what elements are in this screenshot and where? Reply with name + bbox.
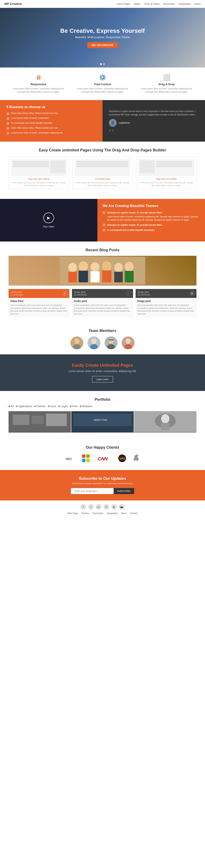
left-sidebar-col	[140, 160, 155, 173]
feature-dragdrop-text: Lorem ipsum dolor sit amet, consectetur …	[137, 87, 197, 93]
filter-icons[interactable]: Icons	[48, 405, 56, 408]
filter-websites[interactable]: Websites	[80, 405, 93, 408]
video-info-panel: We Are Creating Beautiful Themes Quisque…	[97, 199, 205, 242]
hero-dot-1[interactable]	[100, 63, 102, 65]
team-avatar-2	[87, 337, 100, 349]
blog-post-audio-icon[interactable]: ♪	[126, 291, 131, 296]
blog-section: Recent Blog Posts	[0, 242, 205, 323]
filter-print[interactable]: Print	[70, 405, 78, 408]
team-avatar-3	[105, 337, 118, 349]
svg-point-11	[125, 262, 134, 272]
footer-social-links: f t g+ in ▶ 📷	[8, 504, 197, 509]
page-text-3: Lorem ipsum dolor sit amet, consectetur …	[138, 181, 194, 187]
feature-responsive-text: Lorem ipsum dolor sit amet, consectetur …	[8, 87, 68, 93]
cta-banner-content: Easily Create Unlimited Pages Lorem ipsu…	[8, 363, 197, 382]
blog-post-date-2: 29 Jan, 2015	[74, 291, 87, 293]
filter-applications[interactable]: Applications	[16, 405, 32, 408]
svg-rect-12	[125, 271, 134, 282]
svg-rect-29	[46, 413, 67, 426]
portfolio-section: Portfolio All Applications Fashion Icons…	[0, 391, 205, 439]
page-preview-thumbnail-2	[75, 159, 130, 176]
footer-link-about[interactable]: About	[121, 512, 127, 515]
client-windows	[82, 454, 90, 464]
video-bullet-3	[103, 228, 105, 231]
nav-link-home[interactable]: Home Pages	[117, 3, 130, 5]
reason-item-1: ✓ Etiam vitae luctus metus. Mauris lacin…	[6, 112, 96, 115]
cnn-logo-svg: CNN	[97, 454, 111, 463]
blog-post-3: 29 Jan, 2015 By SoloStream 🖼 Image post …	[136, 289, 197, 317]
twitter-icon[interactable]: t	[88, 504, 94, 509]
footer-link-shortcodes[interactable]: Shortcodes	[92, 512, 103, 515]
subscribe-email-input[interactable]	[71, 488, 113, 494]
nav-link-shortcodes[interactable]: Shortcodes	[163, 3, 175, 5]
team-member-1	[71, 337, 83, 349]
portfolio-item-3[interactable]: portfolio item 3	[134, 411, 197, 433]
video-item-text-1: Lorem ipsum dolor sit amet, consectetur …	[107, 215, 200, 221]
hero-dot-2[interactable]	[103, 63, 105, 65]
blog-photo-svg	[60, 257, 145, 284]
instagram-icon[interactable]: 📷	[119, 504, 125, 509]
footer-link-main[interactable]: Main Page	[68, 512, 78, 515]
reason-bullet-2: ✓	[6, 117, 9, 120]
video-item-title-2: Quisque ac sapien neque. In suscipit ips…	[107, 223, 163, 227]
linkedin-icon[interactable]: in	[104, 504, 109, 509]
feature-responsive-title: Responsive	[8, 83, 68, 86]
left-sidebar-layout-preview	[140, 160, 193, 173]
content-line	[77, 166, 129, 167]
filter-dot-logos	[58, 405, 60, 407]
page-preview-right-sidebar: Page with right sidebar Lorem ipsum dolo…	[8, 157, 69, 189]
portfolio-item-1[interactable]: portfolio item 1	[8, 411, 71, 433]
subscribe-title: Subscribe to Our Updates	[8, 476, 197, 481]
svg-rect-36	[161, 423, 170, 430]
blog-post-video-icon[interactable]: ▶	[62, 291, 67, 296]
cta-button[interactable]: Learn more	[92, 376, 113, 382]
video-title: We Are Creating Beautiful Themes	[103, 204, 200, 208]
blog-post-title-1: Video Post	[10, 300, 68, 303]
hero-subtitle: Beautiful, Multi-purpose, Responsive The…	[60, 36, 145, 39]
video-section: ▶ Play Video We Are Creating Beautiful T…	[0, 199, 205, 242]
video-bullet-1	[103, 211, 105, 214]
portfolio-img-2: NEED THIS	[71, 411, 134, 433]
svg-text:UPS: UPS	[120, 457, 125, 460]
filter-logos[interactable]: Logos	[58, 405, 68, 408]
nav-logo[interactable]: WP-Creative	[4, 2, 22, 5]
subscribe-section: Subscribe to Our Updates Subscribe to em…	[0, 470, 205, 500]
nav-link-forms[interactable]: Forms	[194, 3, 201, 5]
content-line	[156, 166, 192, 167]
footer-link-contact[interactable]: Contact	[130, 512, 137, 515]
blog-post-header-row-2: 29 Jan, 2015 By SoloStream ♪	[74, 291, 131, 296]
team-member-3	[105, 337, 118, 349]
blog-post-image-icon[interactable]: 🖼	[189, 291, 194, 296]
testimonial-next[interactable]: >	[112, 129, 113, 132]
nav-link-posts[interactable]: Posts & Pages	[144, 3, 160, 5]
filter-all[interactable]: All	[8, 405, 14, 408]
testimonial-text: SoloStream's expert service team is very…	[109, 110, 199, 117]
client-ups: UPS	[118, 454, 126, 464]
page-preview-thumbnail-3	[138, 159, 194, 176]
nav-links: Home Pages Sliders Posts & Pages Shortco…	[117, 3, 201, 5]
googleplus-icon[interactable]: g+	[96, 504, 101, 509]
play-button[interactable]: ▶	[43, 213, 54, 223]
apple-logo-svg	[133, 454, 140, 463]
reasons-testimonial-section: 5 Reasons to choose us ✓ Etiam vitae luc…	[0, 100, 205, 142]
nav-link-sliders[interactable]: Sliders	[134, 3, 141, 5]
nav-link-typography[interactable]: Typography	[178, 3, 190, 5]
subscribe-button[interactable]: SUBSCRIBE	[113, 488, 134, 494]
portfolio-item-2[interactable]: NEED THIS portfolio item 2	[71, 411, 134, 433]
client-apple	[133, 454, 140, 464]
footer-link-typography[interactable]: Typography	[107, 512, 118, 515]
avatar-svg-1	[71, 337, 83, 349]
video-list-item-2: Quisque ac sapien neque. In suscipit ips…	[103, 223, 200, 227]
youtube-icon[interactable]: ▶	[111, 504, 117, 509]
reason-bullet-3: ✓	[6, 122, 9, 125]
cta-title: Easily Create Unlimited Pages	[8, 363, 197, 368]
testimonial-prev[interactable]: <	[109, 129, 111, 132]
footer-link-themes[interactable]: Themes	[81, 512, 89, 515]
facebook-icon[interactable]: f	[80, 504, 86, 509]
feature-dragdrop-title: Drag & Drop	[137, 83, 197, 86]
footer-nav-links: Main Page Themes Shortcodes Typography A…	[8, 512, 197, 515]
page-preview-full-width: Full Width Page Lorem ipsum dolor sit am…	[72, 157, 133, 189]
blog-post-header-3: 29 Jan, 2015 By SoloStream 🖼	[136, 289, 197, 298]
hero-cta-button[interactable]: GET WP-CREATIVE	[87, 42, 118, 48]
filter-fashion[interactable]: Fashion	[34, 405, 46, 408]
